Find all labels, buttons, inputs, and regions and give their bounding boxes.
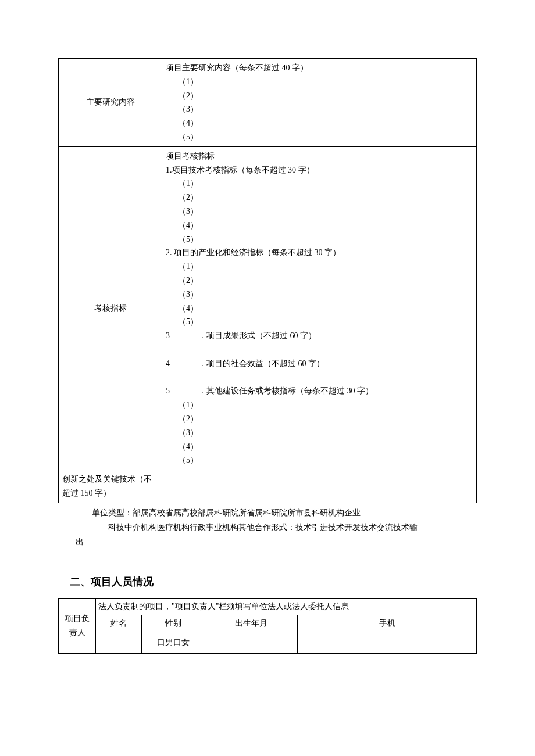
form-table-1: 主要研究内容 项目主要研究内容（每条不超过 40 字） （1） （2） （3） … [58,58,477,503]
blank-line [166,371,473,385]
section-3-num: 3 [166,329,198,343]
list-item: （1） [166,177,473,191]
list-item: （2） [166,89,473,103]
list-item: （3） [166,102,473,116]
section-4-title: 4．项目的社会效益（不超过 60 字） [166,357,473,371]
label-innovation: 创新之处及关键技术（不超过 150 字） [59,470,162,503]
list-item: （1） [166,398,473,412]
value-gender[interactable]: 口男口女 [142,632,205,653]
col-header-gender: 性别 [142,615,205,632]
list-item: （5） [166,315,473,329]
value-birth[interactable] [205,632,298,653]
list-item: （3） [166,426,473,440]
label-main-research: 主要研究内容 [59,59,162,147]
list-item: （1） [166,75,473,89]
list-item: （5） [166,232,473,246]
list-item: （4） [166,440,473,454]
section-5-text: ．其他建设任务或考核指标（每条不超过 30 字） [198,386,373,395]
table-row: 主要研究内容 项目主要研究内容（每条不超过 40 字） （1） （2） （3） … [59,59,477,147]
content-assessment: 项目考核指标 1.项目技术考核指标（每条不超过 30 字） （1） （2） （3… [162,146,477,470]
section-1-title: 1.项目技术考核指标（每条不超过 30 字） [166,163,473,177]
content-innovation [162,470,477,503]
list-item: （2） [166,412,473,426]
note-line-3: 出 [76,535,465,549]
table-row: 考核指标 项目考核指标 1.项目技术考核指标（每条不超过 30 字） （1） （… [59,146,477,470]
value-phone[interactable] [298,632,477,653]
list-item: （4） [166,302,473,316]
section-3-text: ．项目成果形式（不超过 60 字） [198,331,316,340]
table-row: 创新之处及关键技术（不超过 150 字） [59,470,477,503]
list-item: （2） [166,274,473,288]
list-item: （3） [166,205,473,218]
table-row: 口男口女 [59,632,477,653]
col-header-name: 姓名 [96,615,142,632]
list-item: （5） [166,130,473,144]
section-2-heading: 二、项目人员情况 [70,575,477,589]
section-3-title: 3．项目成果形式（不超过 60 字） [166,329,473,343]
section-5-title: 5．其他建设任务或考核指标（每条不超过 30 字） [166,384,473,398]
note-line-2: 科技中介机构医疗机构行政事业机构其他合作形式：技术引进技术开发技术交流技术输 [76,520,465,535]
assessment-header: 项目考核指标 [166,149,473,163]
list-item: （4） [166,218,473,232]
list-item: （1） [166,260,473,274]
table-row: 姓名 性别 出生年月 手机 [59,615,477,632]
section-4-text: ．项目的社会效益（不超过 60 字） [198,359,324,368]
project-leader-note: 法人负责制的项目，"项目负责人"栏须填写单位法人或法人委托人信息 [96,599,477,615]
research-header: 项目主要研究内容（每条不超过 40 字） [166,61,473,75]
content-main-research: 项目主要研究内容（每条不超过 40 字） （1） （2） （3） （4） （5） [162,59,477,147]
label-assessment: 考核指标 [59,146,162,470]
table-row: 项目负责人 法人负责制的项目，"项目负责人"栏须填写单位法人或法人委托人信息 [59,599,477,615]
list-item: （2） [166,191,473,205]
section-4-num: 4 [166,357,198,371]
note-line-1: 单位类型：部属高校省属高校部属科研院所省属科研院所市县科研机构企业 [76,506,465,520]
unit-type-notes: 单位类型：部属高校省属高校部属科研院所省属科研院所市县科研机构企业 科技中介机构… [58,503,477,552]
label-project-leader: 项目负责人 [59,599,96,654]
col-header-birth: 出生年月 [205,615,298,632]
list-item: （4） [166,116,473,130]
section-2-title: 2. 项目的产业化和经济指标（每条不超过 30 字） [166,246,473,260]
section-5-num: 5 [166,384,198,398]
blank-line [166,343,473,357]
form-table-2: 项目负责人 法人负责制的项目，"项目负责人"栏须填写单位法人或法人委托人信息 姓… [58,598,477,654]
value-name[interactable] [96,632,142,653]
list-item: （5） [166,453,473,467]
col-header-phone: 手机 [298,615,477,632]
list-item: （3） [166,288,473,302]
